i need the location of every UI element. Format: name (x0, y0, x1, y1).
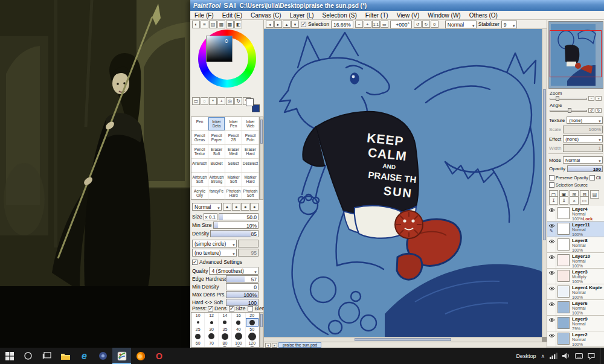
brush-tip-shape-button[interactable]: ● (241, 203, 249, 211)
tool-button[interactable]: Eraser Soft (208, 145, 225, 159)
start-button[interactable] (0, 348, 19, 364)
zoom-in-button[interactable]: + (596, 96, 602, 101)
layer-visibility-eye-icon[interactable] (548, 255, 555, 260)
rotate-button[interactable]: ↺ (414, 21, 422, 28)
rotate-button[interactable]: ↻ (422, 21, 430, 28)
magic-wand-icon[interactable]: * (209, 97, 217, 105)
zoom-out-button[interactable]: − (588, 96, 594, 101)
selection-visible-checkbox[interactable] (301, 22, 306, 27)
angle-value-box[interactable]: +000° (390, 21, 412, 28)
layer-thumbnail[interactable] (557, 254, 570, 266)
density-slider[interactable]: 85 (210, 230, 259, 237)
tool-button[interactable]: Eraser Hard (242, 145, 259, 159)
clipping-group-checkbox[interactable] (590, 175, 595, 180)
layer-row[interactable]: Layer4 Normal 100%Lock (547, 206, 604, 222)
window-titlebar[interactable]: PaintTool SAI C:\Users\julia\Desktop\pra… (190, 0, 604, 11)
advanced-setting-slider[interactable]: 100% (226, 291, 259, 298)
brush-shape-dropdown[interactable]: (simple circle) (192, 240, 237, 247)
layer-thumbnail[interactable] (557, 333, 570, 345)
layer-visibility-eye-icon[interactable] (548, 333, 555, 338)
preserve-opacity-checkbox[interactable] (549, 175, 554, 180)
rotate-tool-icon[interactable]: ↻ (234, 97, 242, 105)
rgb-slider-icon[interactable]: ≡ (201, 21, 208, 28)
brush-blend-mode-dropdown[interactable]: Normal (192, 203, 222, 211)
zoom-button[interactable]: + (364, 21, 371, 28)
layer-row[interactable]: Layer2 Normal 100% (547, 331, 604, 347)
navigator-zoom-slider[interactable]: − + (550, 96, 602, 101)
layer-row[interactable]: Layer3 Multiply 100% (547, 269, 604, 284)
canvas-horizontal-scrollbar[interactable] (264, 337, 542, 342)
color-mixer-icon[interactable]: ▦ (217, 21, 225, 28)
layer-row[interactable]: Layer6 Normal 100% (547, 300, 604, 316)
tab-scroll-left-button[interactable]: ◂ (265, 343, 271, 348)
desktop-toolbar-label[interactable]: Desktop (516, 353, 536, 359)
layer-visibility-eye-icon[interactable] (548, 318, 555, 322)
tool-button[interactable]: Airbrush Soft (191, 173, 208, 187)
zoom-value-box[interactable]: 16.66% (331, 21, 353, 28)
rotate-button[interactable]: 0 (431, 21, 439, 28)
layer-thumbnail[interactable] (557, 301, 570, 313)
brush-tip-shape-button[interactable]: ▲ (223, 203, 231, 211)
layer-visibility-eye-icon[interactable] (548, 286, 555, 291)
tool-button[interactable]: Marker Soft (225, 173, 242, 187)
layer-thumbnail[interactable] (557, 207, 570, 219)
layer-thumbnail[interactable] (557, 223, 570, 235)
network-icon[interactable] (550, 353, 557, 359)
rotate-cw-button[interactable]: ↻ (596, 108, 602, 113)
rotate-ccw-button[interactable]: ↺ (588, 108, 594, 113)
layer-thumbnail[interactable] (557, 317, 570, 329)
tool-button[interactable]: Eraser Medi (225, 145, 242, 159)
saturation-value-picker[interactable] (206, 36, 233, 62)
brush-tip-shape-button[interactable]: ● (250, 203, 259, 211)
size-preset-dot[interactable] (191, 318, 205, 327)
menu-item[interactable]: File (F) (190, 12, 218, 19)
sv-cursor[interactable] (225, 39, 228, 43)
sai-taskbar-button[interactable] (112, 348, 131, 364)
size-preset-dot-selected[interactable] (246, 318, 259, 327)
merge-down-button[interactable]: ⇓ (559, 196, 568, 205)
tool-button[interactable]: Inker Web (242, 117, 259, 131)
tool-button[interactable]: Inker Deta (208, 117, 225, 131)
rect-select-icon[interactable]: ▭ (192, 97, 200, 105)
tool-button[interactable]: fancyPe (208, 187, 225, 200)
layer-visibility-eye-icon[interactable] (548, 208, 555, 212)
tab-scroll-right-button[interactable]: ▸ (272, 343, 277, 348)
menu-item[interactable]: Window (W) (423, 12, 464, 19)
advanced-setting-slider[interactable]: 0 (226, 283, 259, 290)
layer-blend-mode-dropdown[interactable]: Normal (563, 156, 603, 164)
quality-dropdown[interactable]: 4 (Smoothest) (209, 267, 259, 275)
brush-shape-strength-box[interactable] (238, 240, 259, 247)
tool-grid-scrollbar[interactable] (260, 117, 263, 200)
layer-mask-button[interactable]: ▤ (590, 190, 599, 199)
menu-item[interactable]: Others (O) (465, 12, 502, 19)
edge-browser-button[interactable]: e (75, 348, 94, 364)
tool-button[interactable]: Airbrush Strong (208, 173, 225, 187)
canvas-nav-button[interactable]: ◂ (266, 21, 274, 28)
press-checkbox[interactable] (208, 306, 213, 311)
size-grid-scrollbar[interactable] (260, 312, 263, 348)
navigator[interactable] (548, 21, 603, 89)
size-multiplier-box[interactable]: x 0.1 (204, 213, 217, 220)
size-preset-dot[interactable] (232, 332, 245, 340)
brush-tip-shape-button[interactable]: ● (232, 203, 240, 211)
firefox-button[interactable] (131, 348, 150, 364)
tray-overflow-chevron[interactable]: ∧ (541, 353, 545, 359)
tool-button[interactable]: Pen (191, 117, 208, 131)
layer-thumbnail[interactable] (557, 270, 570, 282)
navigator-view-rectangle[interactable] (550, 30, 602, 77)
zoom-button[interactable]: ▭ (381, 21, 388, 28)
menu-item[interactable]: Edit (E) (218, 12, 246, 19)
size-preset-dot[interactable] (246, 332, 259, 340)
brush-texture-strength-box[interactable]: 95 (238, 249, 259, 257)
advanced-settings-checkbox[interactable] (192, 260, 198, 265)
layer-thumbnail[interactable] (557, 238, 570, 251)
keyboard-icon[interactable] (575, 353, 583, 359)
tool-button[interactable]: Pencil Poin (242, 131, 259, 145)
size-preset-dot[interactable] (191, 332, 205, 340)
tool-button[interactable]: Marker Hard (242, 173, 259, 187)
menu-item[interactable]: Layer (L) (286, 12, 318, 19)
tool-button[interactable]: Pencil Greas (191, 131, 208, 145)
canvas-nav-button[interactable]: ▸ (274, 21, 282, 28)
tool-button[interactable]: Pencil Textur (191, 145, 208, 159)
layer-visibility-eye-icon[interactable] (548, 270, 555, 275)
